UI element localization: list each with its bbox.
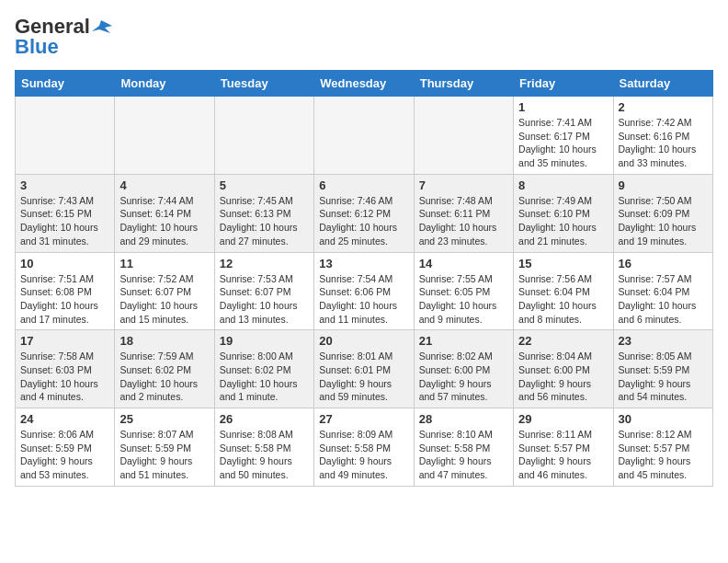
weekday-header-wednesday: Wednesday <box>314 71 414 97</box>
day-number: 11 <box>119 257 209 270</box>
calendar-cell: 19Sunrise: 8:00 AM Sunset: 6:02 PM Dayli… <box>214 330 313 408</box>
day-info: Sunrise: 8:02 AM Sunset: 6:00 PM Dayligh… <box>419 350 508 404</box>
calendar-cell: 13Sunrise: 7:54 AM Sunset: 6:06 PM Dayli… <box>314 252 414 330</box>
logo-blue: Blue <box>15 35 59 59</box>
calendar-week-row: 24Sunrise: 8:06 AM Sunset: 5:59 PM Dayli… <box>16 408 713 487</box>
day-info: Sunrise: 7:48 AM Sunset: 6:11 PM Dayligh… <box>419 194 508 248</box>
calendar-cell: 29Sunrise: 8:11 AM Sunset: 5:57 PM Dayli… <box>514 408 613 487</box>
calendar-week-row: 3Sunrise: 7:43 AM Sunset: 6:15 PM Daylig… <box>16 174 713 252</box>
day-number: 24 <box>20 412 109 426</box>
day-number: 15 <box>518 257 608 270</box>
day-info: Sunrise: 8:07 AM Sunset: 5:59 PM Dayligh… <box>119 428 209 482</box>
page-header: General Blue <box>15 15 713 59</box>
day-info: Sunrise: 7:54 AM Sunset: 6:06 PM Dayligh… <box>319 272 408 327</box>
day-number: 27 <box>319 412 408 426</box>
calendar-cell <box>214 97 313 175</box>
day-number: 28 <box>419 412 508 426</box>
calendar-cell: 8Sunrise: 7:49 AM Sunset: 6:10 PM Daylig… <box>514 174 613 252</box>
day-info: Sunrise: 8:01 AM Sunset: 6:01 PM Dayligh… <box>319 350 408 404</box>
day-number: 6 <box>319 178 408 192</box>
day-number: 12 <box>220 257 309 270</box>
calendar-cell: 12Sunrise: 7:53 AM Sunset: 6:07 PM Dayli… <box>214 252 313 330</box>
day-number: 17 <box>20 334 109 348</box>
day-info: Sunrise: 7:51 AM Sunset: 6:08 PM Dayligh… <box>20 272 109 327</box>
day-info: Sunrise: 7:44 AM Sunset: 6:14 PM Dayligh… <box>119 194 209 248</box>
day-info: Sunrise: 7:58 AM Sunset: 6:03 PM Dayligh… <box>20 350 109 404</box>
day-number: 1 <box>518 100 608 114</box>
day-number: 19 <box>220 334 309 348</box>
logo-bird-icon <box>92 18 112 35</box>
calendar-cell <box>115 97 214 175</box>
day-info: Sunrise: 7:57 AM Sunset: 6:04 PM Dayligh… <box>619 272 708 327</box>
day-number: 9 <box>619 178 708 192</box>
day-info: Sunrise: 7:46 AM Sunset: 6:12 PM Dayligh… <box>319 194 408 248</box>
day-number: 13 <box>319 257 408 270</box>
day-info: Sunrise: 8:04 AM Sunset: 6:00 PM Dayligh… <box>518 350 608 404</box>
calendar-cell: 22Sunrise: 8:04 AM Sunset: 6:00 PM Dayli… <box>514 330 613 408</box>
day-number: 21 <box>419 334 508 348</box>
day-number: 5 <box>220 178 309 192</box>
calendar-cell: 23Sunrise: 8:05 AM Sunset: 5:59 PM Dayli… <box>613 330 712 408</box>
day-number: 20 <box>319 334 408 348</box>
calendar-cell: 25Sunrise: 8:07 AM Sunset: 5:59 PM Dayli… <box>115 408 214 487</box>
calendar-week-row: 1Sunrise: 7:41 AM Sunset: 6:17 PM Daylig… <box>16 97 713 175</box>
calendar-cell: 24Sunrise: 8:06 AM Sunset: 5:59 PM Dayli… <box>16 408 115 487</box>
day-info: Sunrise: 7:43 AM Sunset: 6:15 PM Dayligh… <box>20 194 109 248</box>
day-number: 29 <box>518 412 608 426</box>
day-number: 22 <box>518 334 608 348</box>
calendar-cell: 7Sunrise: 7:48 AM Sunset: 6:11 PM Daylig… <box>414 174 513 252</box>
day-number: 16 <box>619 257 708 270</box>
day-info: Sunrise: 7:56 AM Sunset: 6:04 PM Dayligh… <box>518 272 608 327</box>
calendar-cell: 27Sunrise: 8:09 AM Sunset: 5:58 PM Dayli… <box>314 408 414 487</box>
day-number: 2 <box>619 100 708 114</box>
day-info: Sunrise: 7:52 AM Sunset: 6:07 PM Dayligh… <box>119 272 209 327</box>
day-number: 4 <box>119 178 209 192</box>
calendar-cell: 4Sunrise: 7:44 AM Sunset: 6:14 PM Daylig… <box>115 174 214 252</box>
weekday-header-friday: Friday <box>514 71 613 97</box>
day-info: Sunrise: 8:05 AM Sunset: 5:59 PM Dayligh… <box>619 350 708 404</box>
day-number: 30 <box>619 412 708 426</box>
calendar-cell: 14Sunrise: 7:55 AM Sunset: 6:05 PM Dayli… <box>414 252 513 330</box>
day-number: 26 <box>220 412 309 426</box>
calendar-cell: 18Sunrise: 7:59 AM Sunset: 6:02 PM Dayli… <box>115 330 214 408</box>
calendar-cell: 9Sunrise: 7:50 AM Sunset: 6:09 PM Daylig… <box>613 174 712 252</box>
day-info: Sunrise: 7:41 AM Sunset: 6:17 PM Dayligh… <box>518 116 608 170</box>
calendar-cell: 10Sunrise: 7:51 AM Sunset: 6:08 PM Dayli… <box>16 252 115 330</box>
calendar-cell <box>414 97 513 175</box>
calendar-week-row: 17Sunrise: 7:58 AM Sunset: 6:03 PM Dayli… <box>16 330 713 408</box>
day-info: Sunrise: 8:08 AM Sunset: 5:58 PM Dayligh… <box>220 428 309 482</box>
day-number: 3 <box>20 178 109 192</box>
day-info: Sunrise: 7:50 AM Sunset: 6:09 PM Dayligh… <box>619 194 708 248</box>
day-info: Sunrise: 7:49 AM Sunset: 6:10 PM Dayligh… <box>518 194 608 248</box>
day-info: Sunrise: 8:10 AM Sunset: 5:58 PM Dayligh… <box>419 428 508 482</box>
day-info: Sunrise: 7:42 AM Sunset: 6:16 PM Dayligh… <box>619 116 708 170</box>
calendar-cell: 30Sunrise: 8:12 AM Sunset: 5:57 PM Dayli… <box>613 408 712 487</box>
weekday-header-saturday: Saturday <box>613 71 712 97</box>
weekday-header-sunday: Sunday <box>16 71 115 97</box>
weekday-header-row: SundayMondayTuesdayWednesdayThursdayFrid… <box>16 71 713 97</box>
day-number: 14 <box>419 257 508 270</box>
day-number: 8 <box>518 178 608 192</box>
calendar-cell <box>314 97 414 175</box>
weekday-header-tuesday: Tuesday <box>214 71 313 97</box>
day-number: 25 <box>119 412 209 426</box>
day-info: Sunrise: 7:55 AM Sunset: 6:05 PM Dayligh… <box>419 272 508 327</box>
calendar-cell: 6Sunrise: 7:46 AM Sunset: 6:12 PM Daylig… <box>314 174 414 252</box>
weekday-header-thursday: Thursday <box>414 71 513 97</box>
svg-marker-0 <box>92 20 112 33</box>
day-number: 23 <box>619 334 708 348</box>
day-number: 18 <box>119 334 209 348</box>
calendar-cell: 21Sunrise: 8:02 AM Sunset: 6:00 PM Dayli… <box>414 330 513 408</box>
calendar-week-row: 10Sunrise: 7:51 AM Sunset: 6:08 PM Dayli… <box>16 252 713 330</box>
day-info: Sunrise: 8:00 AM Sunset: 6:02 PM Dayligh… <box>220 350 309 404</box>
calendar-cell: 17Sunrise: 7:58 AM Sunset: 6:03 PM Dayli… <box>16 330 115 408</box>
calendar-cell: 5Sunrise: 7:45 AM Sunset: 6:13 PM Daylig… <box>214 174 313 252</box>
logo: General Blue <box>15 15 112 59</box>
calendar-cell: 2Sunrise: 7:42 AM Sunset: 6:16 PM Daylig… <box>613 97 712 175</box>
calendar-cell: 28Sunrise: 8:10 AM Sunset: 5:58 PM Dayli… <box>414 408 513 487</box>
day-info: Sunrise: 8:11 AM Sunset: 5:57 PM Dayligh… <box>518 428 608 482</box>
calendar-cell: 20Sunrise: 8:01 AM Sunset: 6:01 PM Dayli… <box>314 330 414 408</box>
day-info: Sunrise: 7:45 AM Sunset: 6:13 PM Dayligh… <box>220 194 309 248</box>
day-info: Sunrise: 8:12 AM Sunset: 5:57 PM Dayligh… <box>619 428 708 482</box>
calendar-cell: 1Sunrise: 7:41 AM Sunset: 6:17 PM Daylig… <box>514 97 613 175</box>
